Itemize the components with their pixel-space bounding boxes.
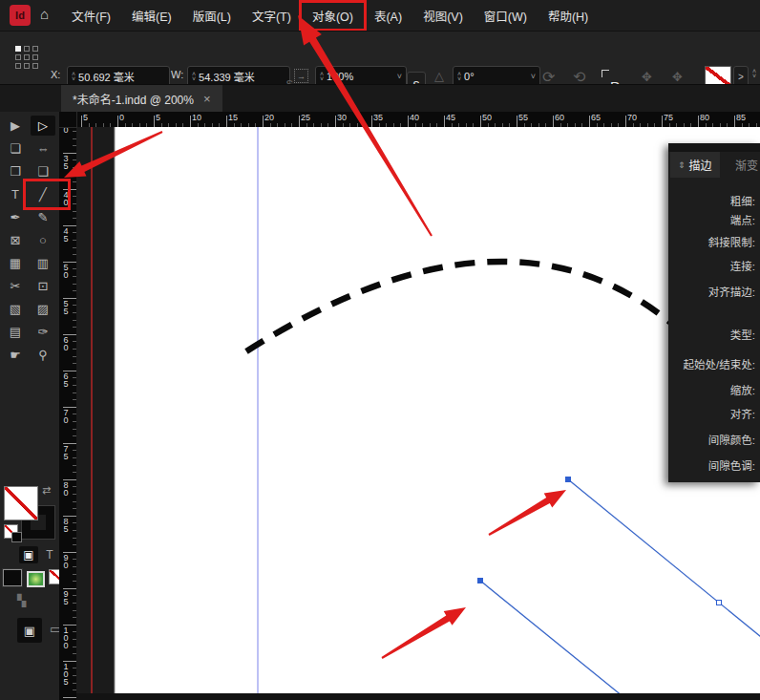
menu-bar: Id ⌂ 文件(F)编辑(E)版面(L)文字(T)对象(O)表(A)视图(V)窗…: [0, 0, 760, 31]
scale-x-icon: →: [294, 69, 308, 83]
ruler-label: 70: [627, 113, 637, 122]
menu-item[interactable]: 窗口(W): [474, 3, 538, 29]
menu-item[interactable]: 表(A): [364, 3, 412, 29]
stroke-panel-label: 连接:: [730, 258, 755, 273]
ruler-label: 30: [337, 113, 347, 122]
fill-swatch-none[interactable]: [4, 486, 38, 520]
apply-gradient-button[interactable]: [27, 571, 45, 587]
home-icon[interactable]: ⌂: [40, 6, 49, 22]
menu-item[interactable]: 文件(F): [61, 3, 121, 29]
ruler-ticks: [81, 116, 760, 127]
default-fill-stroke-icon[interactable]: [4, 524, 18, 539]
distribute-icon: ✥: [672, 70, 683, 84]
stepper-icon[interactable]: ˄˅: [457, 72, 461, 81]
selection-tool[interactable]: ▶: [3, 116, 28, 136]
ruler-label: 50: [482, 113, 492, 122]
menu-item[interactable]: 编辑(E): [121, 3, 182, 29]
pencil-tool[interactable]: ✎: [31, 207, 55, 227]
apply-color-button[interactable]: [3, 569, 22, 586]
tools-grid: ▶▷❏⇔❒❑T╱✒✎⊠○▦▥✂⊡▧▨▤✑☛⚲: [2, 115, 57, 367]
ruler-label: 5: [156, 113, 160, 122]
direct-selection-tool[interactable]: ▷: [31, 116, 55, 136]
stepper-icon[interactable]: ˄˅: [72, 72, 75, 81]
document-tab[interactable]: *未命名-1.indd @ 200% ×: [61, 85, 222, 113]
hand-tool[interactable]: ☛: [3, 345, 28, 365]
menu-items: 文件(F)编辑(E)版面(L)文字(T)对象(O)表(A)视图(V)窗口(W)帮…: [61, 0, 599, 31]
dropdown-chevron-icon[interactable]: ˅: [397, 72, 402, 81]
reference-point-proxy[interactable]: [15, 46, 40, 71]
ruler-label: 60: [61, 335, 70, 350]
vertical-ruler[interactable]: 3035404550556065707580859095100105: [59, 127, 76, 700]
stroke-panel-label: 缩放:: [730, 382, 755, 397]
ruler-label: 50: [61, 263, 70, 278]
ruler-label: 95: [61, 589, 70, 605]
menu-item[interactable]: 对象(O): [302, 3, 364, 29]
stroke-panel-label: 间隙颜色:: [708, 432, 755, 447]
gap-tool[interactable]: ⇔: [31, 138, 55, 159]
ruler-label: 55: [518, 113, 528, 122]
ruler-label: 85: [736, 113, 746, 122]
ruler-label: 90: [61, 553, 70, 568]
ruler-label: 35: [373, 113, 383, 122]
rectangle-frame-tool[interactable]: ⊠: [3, 230, 28, 250]
ruler-label: 10: [192, 113, 201, 122]
stroke-weight-stepper[interactable]: ˄˅: [752, 69, 756, 78]
ruler-label: 80: [700, 113, 709, 122]
indesign-logo-icon[interactable]: Id: [10, 5, 31, 26]
canvas-artwork: [76, 127, 760, 700]
midpoint-handle[interactable]: [717, 601, 722, 605]
vertical-grid-tool[interactable]: ▥: [31, 253, 55, 273]
stepper-icon[interactable]: ˄˅: [320, 72, 324, 81]
anchor-point[interactable]: [477, 578, 483, 583]
horizontal-ruler[interactable]: 50510152025303540455055606570758085: [76, 112, 760, 127]
ruler-label: 65: [61, 371, 70, 387]
menu-item[interactable]: 帮助(H): [538, 3, 599, 29]
w-label: W:: [171, 69, 183, 80]
pen-tool[interactable]: ✒: [3, 207, 28, 227]
ellipse-tool[interactable]: ○: [31, 230, 55, 250]
free-transform-tool[interactable]: ⊡: [31, 276, 55, 296]
ruler-label: 5: [83, 113, 88, 122]
tab-gradient[interactable]: 渐变: [728, 152, 760, 178]
document-tab-title: *未命名-1.indd @ 200%: [73, 91, 194, 107]
stroke-panel-label: 粗细:: [730, 193, 755, 208]
ruler-label: 70: [61, 408, 70, 423]
eyedropper-tool[interactable]: ✑: [31, 322, 55, 342]
panel-header[interactable]: [668, 143, 760, 152]
normal-view-mode-button[interactable]: ▣: [17, 618, 42, 643]
menu-item[interactable]: 文字(T): [242, 3, 302, 29]
rotation-angle-icon: △: [434, 69, 444, 83]
note-tool[interactable]: ▤: [3, 322, 28, 342]
formatting-affects-container-button[interactable]: ▣: [19, 546, 38, 563]
scissors-tool[interactable]: ✂: [3, 276, 28, 296]
page-tool[interactable]: ❏: [3, 138, 28, 159]
indesign-window: Id ⌂ 文件(F)编辑(E)版面(L)文字(T)对象(O)表(A)视图(V)窗…: [0, 0, 760, 700]
formatting-affects-text-button[interactable]: T: [40, 546, 59, 563]
anchor-point[interactable]: [565, 477, 571, 482]
zoom-tool[interactable]: ⚲: [31, 345, 55, 365]
ruler-label: 100: [61, 626, 70, 648]
ruler-label: 45: [61, 226, 70, 242]
control-bar: X: ˄˅ 50.692 毫米 Y: ˄˅ 79.961 毫米 W: ˄˅ 54…: [0, 31, 760, 85]
view-options-icon[interactable]: ▚: [17, 594, 26, 607]
swap-fill-stroke-icon[interactable]: ⇄: [42, 484, 51, 497]
stroke-panel: ⇕ 描边 渐变 粗细:端点:斜接限制:连接:对齐描边:类型:起始处/结束处:缩放…: [668, 143, 760, 482]
horizontal-scrollbar[interactable]: [59, 693, 760, 700]
stepper-icon[interactable]: ˄˅: [192, 72, 196, 81]
document-canvas[interactable]: [76, 127, 760, 700]
panel-collapse-icon[interactable]: ⇕: [678, 160, 686, 170]
horizontal-grid-tool[interactable]: ▦: [3, 253, 28, 273]
ruler-label: 45: [446, 113, 455, 122]
ruler-label: 40: [410, 113, 419, 122]
ruler-corner[interactable]: [59, 112, 77, 128]
menu-item[interactable]: 版面(L): [182, 3, 242, 29]
close-tab-icon[interactable]: ×: [203, 92, 211, 106]
gradient-swatch-tool[interactable]: ▧: [3, 299, 28, 319]
stroke-panel-label: 类型:: [730, 327, 755, 342]
x-label: X:: [51, 69, 60, 80]
tab-stroke[interactable]: ⇕ 描边: [670, 152, 720, 178]
gradient-feather-tool[interactable]: ▨: [31, 299, 55, 319]
ruler-label: 25: [301, 113, 310, 122]
menu-item[interactable]: 视图(V): [412, 3, 474, 29]
dropdown-chevron-icon[interactable]: ˅: [531, 72, 536, 81]
